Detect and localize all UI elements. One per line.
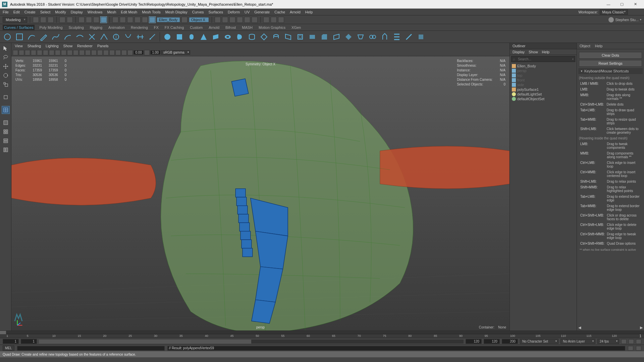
sidebar-toggle-icon[interactable]	[637, 10, 641, 14]
nurbs-cube-icon[interactable]	[175, 32, 184, 42]
outliner-menu-item[interactable]: Display	[513, 50, 525, 54]
symmetry-field[interactable]: Object X	[189, 17, 209, 22]
scroll-right-icon[interactable]: ▶	[640, 325, 643, 330]
curve-tool-icon[interactable]	[75, 32, 85, 42]
surface-tool-icon[interactable]	[332, 32, 341, 42]
vp-exposure-icon[interactable]	[127, 50, 133, 55]
vp-color-mgmt-dropdown[interactable]: sRGB gamma	[161, 50, 190, 55]
menu-item[interactable]: Windows	[88, 10, 103, 14]
panel-tab[interactable]: Object	[580, 44, 590, 48]
viewport-3d[interactable]: Verts:15961159610Edges:33231332310Faces:…	[11, 56, 509, 330]
curve-tool-icon[interactable]	[87, 32, 97, 42]
render-settings-icon[interactable]	[237, 17, 243, 23]
menu-item[interactable]: UV	[245, 10, 250, 14]
playback-pause-icon[interactable]	[271, 17, 277, 23]
shelf-tab[interactable]: Rendering	[129, 25, 149, 30]
undo-icon[interactable]	[59, 17, 65, 23]
vp-menu-item[interactable]: Panels	[97, 44, 109, 48]
vp-xray-joints-icon[interactable]	[121, 50, 127, 55]
menu-item[interactable]: File	[3, 10, 9, 14]
anim-total-field[interactable]: 200	[502, 339, 518, 344]
vp-bookmark-icon[interactable]	[19, 50, 24, 55]
vp-grid-icon[interactable]	[37, 50, 42, 55]
menu-item[interactable]: Modify	[55, 10, 66, 14]
time-scrollbar[interactable]	[0, 331, 644, 334]
anim-prefs-icon[interactable]	[636, 339, 641, 344]
maximize-button[interactable]: ▢	[615, 0, 629, 9]
script-editor-icon[interactable]	[628, 346, 633, 351]
surface-tool-icon[interactable]	[416, 32, 426, 42]
vp-shadows-icon[interactable]	[103, 50, 109, 55]
square-surf-icon[interactable]	[308, 32, 317, 42]
outliner-node[interactable]: defaultObjectSet	[511, 97, 575, 101]
menu-item[interactable]: Select	[40, 10, 51, 14]
bevel-icon[interactable]	[320, 32, 329, 42]
menu-item[interactable]: Cache	[274, 10, 285, 14]
surface-tool-icon[interactable]	[344, 32, 353, 42]
vp-menu-item[interactable]: Lighting	[46, 44, 59, 48]
vp-menu-item[interactable]: Shading	[28, 44, 41, 48]
shelf-tab[interactable]: Sculpting	[67, 25, 85, 30]
panel-tab[interactable]: Help	[595, 44, 603, 48]
outliner-node[interactable]: front	[511, 78, 575, 82]
pencil-curve-icon[interactable]	[39, 32, 48, 42]
anim-start-field[interactable]: 1	[3, 339, 19, 344]
menu-item[interactable]: Surfaces	[209, 10, 223, 14]
save-scene-icon[interactable]	[48, 17, 54, 23]
birail-icon[interactable]	[283, 32, 293, 42]
surface-tool-icon[interactable]	[368, 32, 377, 42]
shelf-tab[interactable]: FX Caching	[163, 25, 185, 30]
symmetry-icon[interactable]	[181, 17, 187, 23]
select-component-icon[interactable]	[93, 17, 99, 23]
nurbs-torus-icon[interactable]	[223, 32, 232, 42]
vp-textured-icon[interactable]	[91, 50, 97, 55]
user-account[interactable]: Stephen Stu...▾	[608, 17, 641, 22]
range-end-field[interactable]: 120	[466, 339, 482, 344]
reset-settings-button[interactable]: Reset Settings	[579, 60, 642, 67]
vp-menu-item[interactable]: View	[15, 44, 23, 48]
extrude-icon[interactable]	[271, 32, 281, 42]
menu-item[interactable]: Create	[24, 10, 36, 14]
sidebar-toggle-icon[interactable]	[630, 10, 635, 14]
outliner-node[interactable]: defaultLightSet	[511, 92, 575, 97]
last-tool-icon[interactable]	[2, 93, 10, 101]
vp-gamma-value[interactable]: 1.00	[150, 50, 160, 55]
outliner-search-input[interactable]	[517, 57, 571, 61]
outliner-node[interactable]: persp	[511, 68, 575, 73]
shelf-tab[interactable]: MASH	[240, 25, 254, 30]
vp-safe-title-icon[interactable]	[73, 50, 78, 55]
menu-item[interactable]: Mesh Display	[165, 10, 187, 14]
curve-tool-icon[interactable]	[123, 32, 133, 42]
vp-resolution-gate-icon[interactable]	[49, 50, 54, 55]
rotate-tool-icon[interactable]	[2, 71, 10, 79]
snap-grid-icon[interactable]	[112, 17, 118, 23]
character-set-dropdown[interactable]: No Character Set	[520, 339, 558, 344]
quad-draw-tool-icon[interactable]	[2, 106, 10, 114]
script-editor-icon[interactable]	[636, 346, 641, 351]
outliner-menu-item[interactable]: Show	[529, 50, 538, 54]
shelf-tab[interactable]: Motion Graphics	[257, 25, 287, 30]
make-live-icon[interactable]	[149, 17, 155, 23]
construction-history-icon[interactable]	[215, 17, 221, 23]
nurbs-cone-icon[interactable]	[199, 32, 208, 42]
chevron-down-icon[interactable]: ▾	[571, 58, 575, 61]
anim-layer-dropdown[interactable]: No Anim Layer	[560, 339, 595, 344]
vp-shaded-icon[interactable]	[85, 50, 91, 55]
layout-four-icon[interactable]	[2, 128, 10, 136]
shelf-tab[interactable]: FX	[153, 25, 160, 30]
circle-curve-icon[interactable]	[3, 32, 12, 42]
time-slider[interactable]: 1510152025303540455055606570758085909510…	[0, 330, 644, 338]
menu-item[interactable]: Arnold	[290, 10, 301, 14]
shelf-tab[interactable]: Curves / Surfaces	[3, 25, 35, 30]
outliner-search[interactable]: ⌕ ▾	[511, 56, 575, 62]
vp-menu-item[interactable]: Show	[63, 44, 73, 48]
live-surface-field[interactable]: Ellen_Body	[157, 17, 180, 22]
square-curve-icon[interactable]	[15, 32, 24, 42]
script-lang-dropdown[interactable]: MEL	[3, 346, 14, 351]
nurbs-sphere-icon[interactable]	[163, 32, 172, 42]
snap-live-icon[interactable]	[142, 17, 148, 23]
workspace-dropdown[interactable]: Maya Classic*	[600, 9, 628, 15]
vp-safe-action-icon[interactable]	[67, 50, 72, 55]
shelf-tab[interactable]: Bifrost	[224, 25, 237, 30]
menu-item[interactable]: Help	[305, 10, 313, 14]
